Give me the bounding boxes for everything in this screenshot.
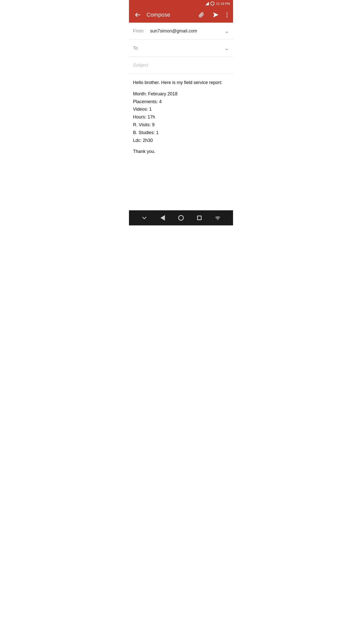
from-field[interactable]: From sun7simon@gmail.com ⌄ <box>129 23 233 40</box>
nav-back-button[interactable] <box>160 215 165 221</box>
body-videos: Videos: 1 <box>133 106 229 113</box>
body-greeting: Hello brother. Here is my field service … <box>133 79 229 86</box>
to-chevron-icon[interactable]: ⌄ <box>224 45 229 52</box>
battery-icon <box>210 2 214 6</box>
body-closing: Thank you. <box>133 148 229 155</box>
attach-button[interactable] <box>196 10 207 20</box>
nav-home-button[interactable] <box>178 215 184 221</box>
signal-icon <box>205 2 209 5</box>
subject-field[interactable]: Subject <box>129 57 233 74</box>
subject-placeholder: Subject <box>133 63 148 68</box>
body-ldc: Ldc: 2h30 <box>133 137 229 144</box>
more-options-button[interactable] <box>224 10 230 19</box>
body-placements: Placements: 4 <box>133 98 229 105</box>
app-bar-title: Compose <box>147 12 193 18</box>
nav-expand-button[interactable] <box>142 215 147 221</box>
back-button[interactable] <box>132 10 143 20</box>
body-month: Month: February 2018 <box>133 90 229 98</box>
svg-point-1 <box>211 2 214 5</box>
compose-body[interactable]: Hello brother. Here is my field service … <box>129 74 233 210</box>
svg-point-3 <box>217 219 218 220</box>
send-button[interactable] <box>210 10 221 20</box>
from-value: sun7simon@gmail.com <box>148 24 224 38</box>
bottom-nav <box>129 210 233 225</box>
app-bar: Compose <box>129 7 233 23</box>
from-chevron-icon[interactable]: ⌄ <box>224 28 229 34</box>
nav-recents-button[interactable] <box>197 216 202 220</box>
body-hours: Hours: 17h <box>133 113 229 121</box>
status-bar: 12:18 PM <box>129 0 233 7</box>
status-time: 12:18 PM <box>216 2 230 6</box>
body-r-visits: R. Visits: 9 <box>133 121 229 129</box>
report-lines: Month: February 2018 Placements: 4 Video… <box>133 90 229 144</box>
nav-wifi-button[interactable] <box>215 215 220 221</box>
to-field[interactable]: To ⌄ <box>129 40 233 57</box>
svg-marker-0 <box>205 2 209 5</box>
body-b-studies: B. Studies: 1 <box>133 129 229 136</box>
from-label: From <box>133 28 148 34</box>
to-input[interactable] <box>148 44 224 52</box>
status-icons: 12:18 PM <box>205 2 230 6</box>
svg-marker-2 <box>213 12 218 17</box>
to-label: To <box>133 46 148 51</box>
